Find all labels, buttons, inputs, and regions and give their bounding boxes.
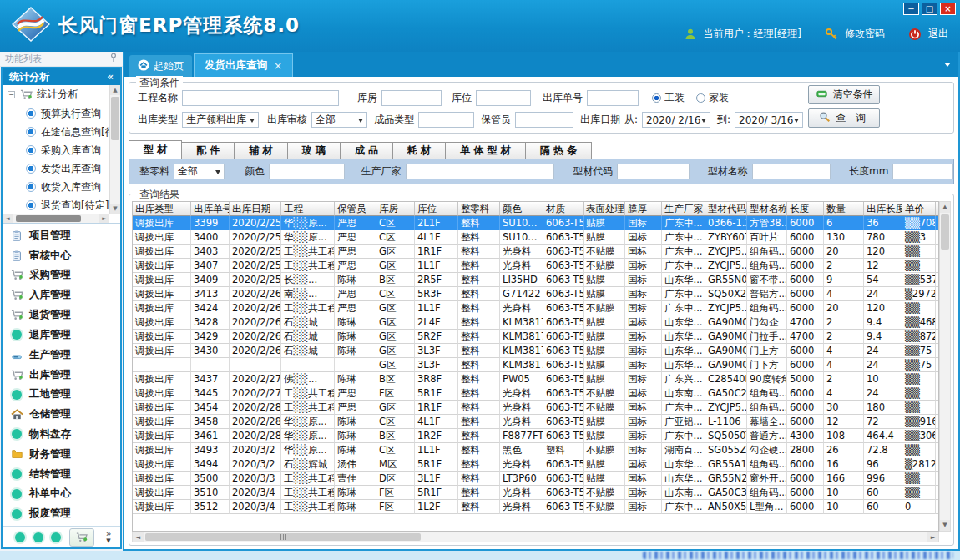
factory-input[interactable] bbox=[406, 164, 555, 179]
location-input[interactable] bbox=[476, 90, 531, 106]
tab-home[interactable]: 起始页 bbox=[129, 55, 192, 77]
table-row[interactable]: 调拨出库34372020/2/27佛░░...陈琳B区3R8F整料PW05606… bbox=[133, 372, 939, 386]
column-header[interactable]: 颜色 bbox=[500, 202, 543, 216]
module-item[interactable]: 入库管理 bbox=[3, 285, 120, 305]
scroll-down-icon[interactable]: ▼ bbox=[110, 204, 120, 214]
table-row[interactable]: 调拨出库34612020/2/28华░░原...陈琳B区1R2F整料F8877F… bbox=[133, 429, 939, 443]
module-item[interactable]: 仓储管理 bbox=[3, 405, 120, 424]
tab-list-dropdown-icon[interactable] bbox=[944, 63, 951, 67]
tree-item[interactable]: 采购入库查询 bbox=[3, 141, 109, 159]
keeper-input[interactable] bbox=[515, 112, 573, 128]
scroll-up-icon[interactable]: ▲ bbox=[110, 85, 120, 95]
overflow-module-dot-icon[interactable] bbox=[51, 532, 61, 542]
material-tab[interactable]: 单 体 型 材 bbox=[445, 142, 526, 159]
column-header[interactable]: 数量 bbox=[824, 202, 864, 216]
product-type-input[interactable] bbox=[418, 112, 474, 128]
length-input[interactable] bbox=[892, 164, 953, 179]
column-header[interactable]: 库位 bbox=[415, 202, 458, 216]
overflow-module-dot-icon[interactable] bbox=[15, 532, 25, 542]
material-tab[interactable]: 隔 热 条 bbox=[525, 142, 592, 159]
column-header[interactable]: 出库长度 bbox=[864, 202, 902, 216]
table-row[interactable]: 调拨出库34002020/2/25华░░原...严思C区4L1F整料SU10..… bbox=[133, 230, 939, 245]
tree-horizontal-scrollbar[interactable]: ◄ ► bbox=[3, 214, 109, 223]
module-item[interactable]: 工地管理 bbox=[3, 385, 120, 404]
module-item[interactable]: 退库管理 bbox=[3, 325, 120, 345]
tree-item[interactable]: 退货查询[待定] bbox=[3, 196, 109, 214]
grid-horizontal-scrollbar[interactable]: ◄ ► bbox=[132, 532, 939, 542]
date-to-select[interactable]: 2020/ 3/16 bbox=[735, 112, 803, 128]
audit-select[interactable]: 全部 bbox=[311, 112, 367, 128]
table-row[interactable]: 调拨出库33992020/2/25华░░原...严思C区2L1F整料SU10..… bbox=[133, 216, 939, 230]
module-item[interactable]: 补单中心 bbox=[3, 484, 120, 503]
table-row[interactable]: 调拨出库34072020/2/25工░░共工程严思G区1L1F整料光身料6063… bbox=[133, 259, 939, 273]
column-header[interactable]: 工程 bbox=[281, 202, 335, 216]
module-item[interactable]: 审核中心 bbox=[3, 246, 120, 265]
scroll-left-icon[interactable]: ◄ bbox=[133, 532, 144, 542]
module-item[interactable]: 项目管理 bbox=[3, 226, 120, 245]
column-header[interactable]: 出库类型 bbox=[133, 202, 191, 216]
module-item[interactable]: 报废管理 bbox=[3, 504, 120, 523]
tree-item[interactable]: 在途信息查询[待定] bbox=[3, 123, 109, 141]
tree-vertical-scrollbar[interactable]: ▲ ▼ bbox=[109, 85, 120, 214]
profile-name-input[interactable] bbox=[752, 164, 831, 179]
profile-code-input[interactable] bbox=[617, 164, 689, 179]
table-row[interactable]: 调拨出库34932020/3/2华░░原...陈琳C区1L1F整料黑色塑料不贴膜… bbox=[133, 443, 939, 457]
material-tab[interactable]: 耗 材 bbox=[392, 142, 446, 159]
table-row[interactable]: 调拨出库34292020/2/26石░░城陈琳G区5R2F整料KLM381760… bbox=[133, 330, 939, 344]
module-item[interactable]: 财务管理 bbox=[3, 445, 120, 464]
logout-link[interactable]: 退出 bbox=[928, 27, 948, 41]
close-button[interactable]: × bbox=[940, 3, 956, 15]
table-row[interactable]: 调拨出库34542020/2/28工░░共工程严思G区1R1F整料光身料6063… bbox=[133, 401, 939, 415]
tab-close-icon[interactable]: × bbox=[274, 60, 282, 72]
overflow-module-dot-icon[interactable] bbox=[33, 532, 43, 542]
order-no-input[interactable] bbox=[587, 90, 639, 106]
warehouse-input[interactable] bbox=[381, 90, 442, 106]
search-button[interactable]: 查 询 bbox=[808, 108, 880, 128]
pin-icon[interactable] bbox=[109, 53, 118, 65]
scroll-up-icon[interactable]: ▲ bbox=[940, 202, 950, 213]
module-item[interactable]: 物料盘存 bbox=[3, 425, 120, 444]
scroll-down-icon[interactable]: ▼ bbox=[940, 520, 950, 531]
table-row[interactable]: 调拨出库34582020/2/28华░░原...陈琳C区4L1F整料光身料606… bbox=[133, 415, 939, 429]
table-row[interactable]: 调拨出库34092020/2/25长░░...陈琳B区2R5F整料LI35HD6… bbox=[133, 273, 939, 287]
material-tab[interactable]: 成 品 bbox=[340, 142, 393, 159]
table-row[interactable]: 调拨出库34942020/3/2石░░辉城汤伟M区5R1F整料光身料6063-T… bbox=[133, 457, 939, 472]
column-header[interactable]: 型材代码 bbox=[705, 202, 747, 216]
grid-vertical-scrollbar[interactable]: ▲ ▼ bbox=[939, 201, 951, 532]
table-row[interactable]: 调拨出库34132020/2/26南░░...严思C区5R3F整料G714226… bbox=[133, 287, 939, 301]
more-modules-button[interactable]: » ▼ bbox=[102, 530, 115, 545]
column-header[interactable]: 整零料 bbox=[458, 202, 500, 216]
maximize-button[interactable]: □ bbox=[922, 3, 937, 15]
tree-expander-icon[interactable]: − bbox=[8, 91, 15, 98]
column-header[interactable]: 出库单号 bbox=[191, 202, 230, 216]
table-row[interactable]: 调拨出库34032020/2/25工░░共工程严思G区1R1F整料光身料6063… bbox=[133, 245, 939, 259]
date-from-select[interactable]: 2020/ 2/16 bbox=[642, 112, 710, 128]
column-header[interactable]: 单价 bbox=[902, 202, 936, 216]
table-row[interactable]: 调拨出库35102020/3/4工░░共工程陈琳F区5R1F整料光身料6063-… bbox=[133, 486, 939, 500]
outbound-type-select[interactable]: 生产领料出库 bbox=[182, 112, 259, 128]
column-header[interactable]: 库房 bbox=[376, 202, 415, 216]
module-item[interactable]: 采购管理 bbox=[3, 265, 120, 285]
collapse-chevron-icon[interactable]: « bbox=[107, 71, 114, 83]
column-header[interactable]: 出库日期 bbox=[230, 202, 281, 216]
column-header[interactable]: 生产厂家 bbox=[662, 202, 705, 216]
column-header[interactable]: 材质 bbox=[543, 202, 584, 216]
table-row[interactable]: 调拨出库34242020/2/26工░░共工程严思G区1L1F整料光身料6063… bbox=[133, 301, 939, 315]
project-name-input[interactable] bbox=[182, 90, 339, 106]
module-item[interactable]: 结转管理 bbox=[3, 465, 120, 484]
material-tab[interactable]: 型 材 bbox=[129, 140, 182, 159]
tree-item[interactable]: 发货出库查询 bbox=[3, 159, 109, 178]
whole-part-select[interactable]: 全部 bbox=[174, 164, 225, 179]
table-row[interactable]: 调拨出库35002020/3/3工░░共工程曹佳D区3L1F整料LT3P6060… bbox=[133, 472, 939, 486]
column-header[interactable]: 型材名称 bbox=[747, 202, 787, 216]
scroll-left-icon[interactable]: ◄ bbox=[3, 214, 13, 223]
table-row[interactable]: 调拨出库34302020/2/26石░░城陈琳G区3L3F整料KLM381760… bbox=[133, 344, 939, 358]
clear-conditions-button[interactable]: 清空条件 bbox=[808, 85, 880, 104]
tree-item[interactable]: 收货入库查询 bbox=[3, 178, 109, 196]
tab-shipping-query[interactable]: 发货出库查询 × bbox=[194, 53, 293, 77]
scroll-right-icon[interactable]: ► bbox=[927, 532, 938, 542]
module-item[interactable]: 退货管理 bbox=[3, 305, 120, 325]
table-row[interactable]: G区3L3F整料KLM38176063-T5贴膜国标山东华...GA90M09.… bbox=[133, 358, 939, 372]
material-tab[interactable]: 玻 璃 bbox=[287, 142, 341, 159]
column-header[interactable]: 表面处理 bbox=[584, 202, 625, 216]
